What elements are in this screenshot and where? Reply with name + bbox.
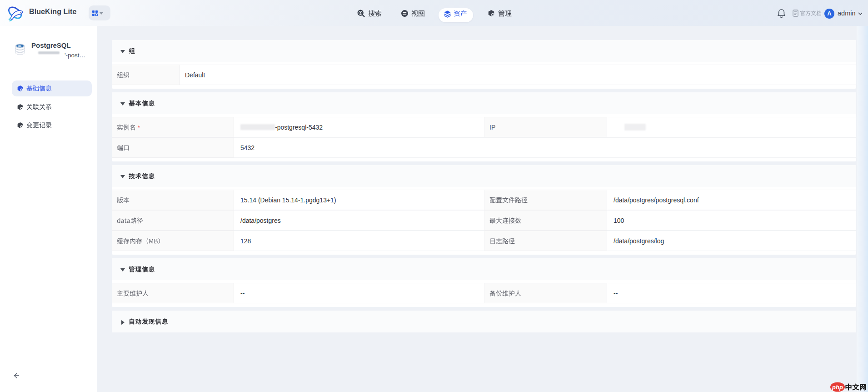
svg-text:php: php <box>832 384 843 391</box>
